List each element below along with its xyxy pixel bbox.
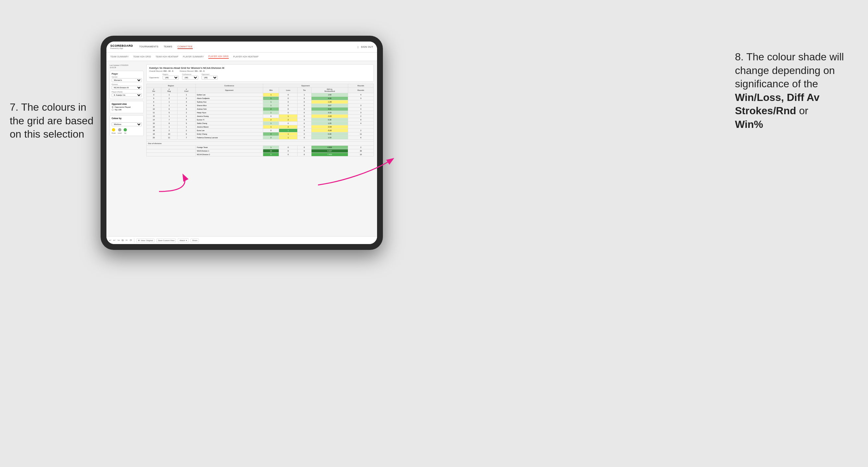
th-reg: #Reg (161, 88, 177, 93)
legend-dot-level (118, 128, 121, 131)
share-btn[interactable]: Share (190, 239, 199, 242)
tablet-screen: SCOREBOARD Powered by clippi TOURNAMENTS… (106, 41, 377, 244)
tablet-frame: SCOREBOARD Powered by clippi TOURNAMENTS… (101, 36, 383, 250)
table-row: 522 Alexis Sudjianto 1 0 0 4.00 3 (147, 97, 374, 100)
nav-sign-out[interactable]: Sign out (361, 45, 373, 49)
player-rank-select[interactable]: 8. Katelyn Vo (112, 93, 142, 97)
opponent-select[interactable]: (All) (202, 75, 218, 80)
table-row: 19106 Emily Chang 4 1 0 0.30 11 (147, 132, 374, 136)
table-row: 1585 Stella Cheng 1 0 0 1.25 4 (147, 122, 374, 125)
table-row: 1152 Heejo Hyun 1 0 0 3.33 3 (147, 111, 374, 115)
table-row: 311 Esther Lee 1 0 1 1.50 4 (147, 93, 374, 97)
overall-record: Overall Record: 353 - 34 - 6 (149, 70, 173, 72)
table-row: 1822 Euna Lee 0 1 0 -5.00 2 (147, 129, 374, 132)
sidebar: Last Updated: 27/03/2024 16:55:38 Player… (110, 64, 144, 233)
legend-up: Up (124, 128, 127, 134)
filter-region: Region (All) (162, 73, 179, 80)
save-custom-view-btn[interactable]: Save Custom View (156, 239, 176, 242)
legend-level: Level (118, 128, 122, 134)
division-select[interactable]: NCAA Division III (112, 86, 142, 90)
player-section: Player Gender Women's Division NCAA Divi… (110, 71, 144, 99)
sub-nav-player-h2h-heatmap[interactable]: PLAYER H2H HEATMAP (233, 55, 259, 58)
colour-by-select[interactable]: Win/loss (112, 122, 142, 126)
redo2-icon[interactable]: ↪ (118, 239, 120, 242)
sub-nav-team-h2h-grid[interactable]: TEAM H2H GRID (133, 55, 151, 58)
annotation-left: 7. The colours in the grid are based on … (10, 101, 94, 141)
colour-by-title: Colour by (112, 117, 142, 119)
radio-top100[interactable]: Top 100 (112, 109, 142, 111)
header-region: Region (147, 84, 196, 88)
sub-nav-player-h2h-grid[interactable]: PLAYER H2H GRID (208, 55, 229, 59)
table-row: 1311 Jessica Huang 0 1 0 -3.00 2 (147, 115, 374, 118)
view-original-btn[interactable]: 👁 View: Original (136, 239, 154, 242)
nav-bar: SCOREBOARD Powered by clippi TOURNAMENTS… (106, 41, 377, 53)
out-of-division-header: Out of division (147, 142, 374, 146)
sub-nav-player-summary[interactable]: PLAYER SUMMARY (183, 55, 204, 58)
grid-title: Katelyn Vo Head-to-Head Grid for Women's… (149, 66, 371, 69)
th-win: Win (263, 88, 279, 93)
table-row: 20117 Federica Domecq Lacroze 2 1 0 1.33… (147, 136, 374, 139)
table-row: 613 Sydney Kuo 1 0 0 -1.00 (147, 100, 374, 104)
nav-links: TOURNAMENTS TEAMS COMMITTEE (139, 45, 358, 49)
division-record: Division Record: 331 - 34 - 6 (180, 70, 205, 72)
grid-content: Katelyn Vo Head-to-Head Grid for Women's… (146, 64, 374, 233)
gender-label: Gender (112, 76, 142, 78)
nav-teams[interactable]: TEAMS (163, 45, 172, 49)
legend: Down Level Up (112, 128, 142, 134)
th-div: #Div (147, 88, 161, 93)
th-loss: Loss (279, 88, 298, 93)
table-row: 1611 Jessica Mason 1 2 0 -0.94 (147, 125, 374, 129)
table-row: 914 Sharon Mun 1 0 0 3.67 3 (147, 104, 374, 107)
division-label: Division (112, 84, 142, 85)
logo-sub: Powered by clippi (110, 48, 129, 49)
cut-icon[interactable]: ✂ (126, 239, 128, 242)
radio-opponents-played[interactable]: Opponents Played (112, 106, 142, 108)
opponents-label: Opponents: (149, 76, 159, 80)
view-icon: 👁 (138, 240, 140, 242)
table-row-ood: NCAA Division 2 5 0 0 7.400 10 (147, 153, 374, 156)
th-diff: Diff AvStrokes/Rnd (311, 88, 348, 93)
player-rank-label: Player (Rank) (112, 91, 142, 93)
data-table: Region Conference Opponent Rounds #Div #… (146, 84, 374, 156)
opponent-view-title: Opponent view (112, 103, 142, 105)
logo: SCOREBOARD (110, 44, 133, 48)
sub-nav-team-h2h-heatmap[interactable]: TEAM H2H HEATMAP (155, 55, 178, 58)
nav-right: | Sign out (358, 45, 373, 49)
gender-select[interactable]: Women's (112, 78, 142, 82)
last-updated: Last Updated: 27/03/2024 16:55:38 (110, 64, 144, 69)
toolbar-divider-1 (134, 238, 134, 243)
filter-row: Opponents: Region (All) Conference (All) (149, 73, 371, 80)
main-content: Last Updated: 27/03/2024 16:55:38 Player… (106, 61, 377, 236)
table-row: 1063 Andrea York 2 0 0 4.00 4 (147, 107, 374, 111)
region-select[interactable]: (All) (162, 75, 179, 80)
table-row: 1474 Eunice Yi 2 2 0 0.38 9 (147, 118, 374, 122)
filter-opponent: Opponent (All) (202, 73, 218, 80)
table-row-ood: Foreign Team 1 0 0 4.500 2 (147, 146, 374, 149)
th-rounds: Rounds (348, 88, 373, 93)
th-tie: Tie (298, 88, 311, 93)
legend-dot-down (112, 128, 115, 131)
redo-icon[interactable]: ↩ (113, 239, 116, 242)
radio-dot-top100 (112, 109, 114, 111)
nav-tournaments[interactable]: TOURNAMENTS (139, 45, 158, 49)
annotation-right: 8. The colour shade will change dependin… (735, 50, 858, 131)
nav-committee[interactable]: COMMITTEE (178, 45, 193, 49)
sub-nav-team-summary[interactable]: TEAM SUMMARY (110, 55, 129, 58)
copy-icon[interactable]: ⧉ (122, 239, 124, 242)
watch-btn[interactable]: Watch ▾ (178, 238, 188, 242)
clock-icon[interactable]: ⟳ (130, 239, 132, 242)
grid-header: Katelyn Vo Head-to-Head Grid for Women's… (146, 64, 374, 82)
th-conf: #Conf (177, 88, 195, 93)
undo-icon[interactable]: ↩ (109, 239, 111, 242)
conference-select[interactable]: (All) (182, 75, 198, 80)
header-conference: Conference (195, 84, 263, 88)
opponent-view: Opponent view Opponents Played Top 100 (110, 101, 144, 113)
colour-by-section: Colour by Win/loss Down Level (110, 115, 144, 136)
player-title: Player (112, 73, 142, 75)
radio-dot-opponents-played (112, 106, 114, 108)
header-rounds: Rounds (348, 84, 373, 88)
header-opponent: Opponent (263, 84, 348, 88)
filter-conference: Conference (All) (182, 73, 198, 80)
chevron-down-icon: ▾ (186, 239, 187, 242)
grid-records: Overall Record: 353 - 34 - 6 Division Re… (149, 70, 371, 72)
